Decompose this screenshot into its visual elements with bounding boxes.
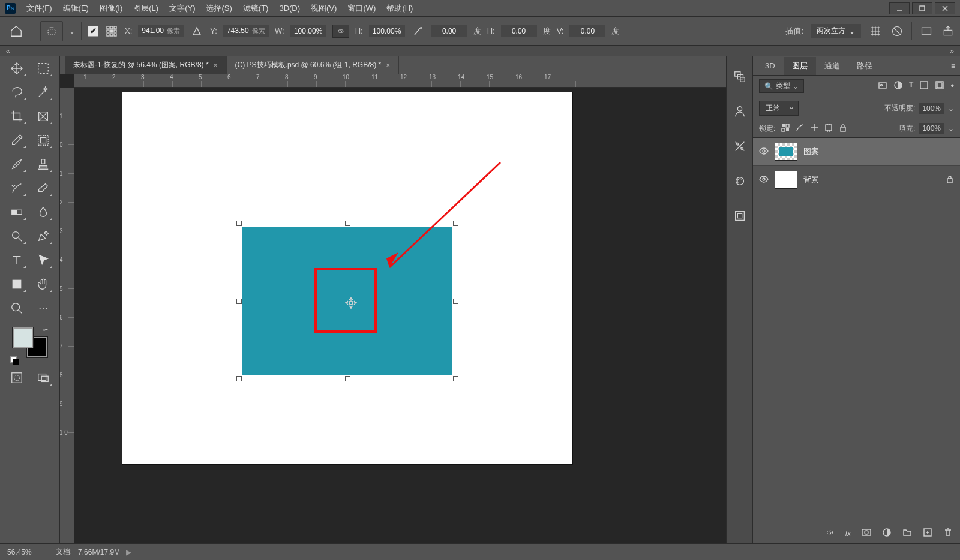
layer-row[interactable]: 图案 <box>753 138 960 166</box>
screenmode-tool[interactable] <box>34 369 53 386</box>
menu-window[interactable]: 窗口(W) <box>347 3 376 14</box>
quickmask-tool[interactable] <box>7 369 26 386</box>
group-layers-icon[interactable] <box>902 528 912 539</box>
menu-edit[interactable]: 编辑(E) <box>63 3 89 14</box>
w-value-input[interactable]: 100.00% <box>290 25 326 37</box>
edit-toolbar[interactable]: ⋯ <box>34 300 53 317</box>
zoom-tool[interactable] <box>7 300 26 317</box>
collapse-left-icon[interactable]: « <box>6 47 10 55</box>
zoom-level[interactable]: 56.45% <box>7 548 32 556</box>
new-layer-icon[interactable] <box>923 528 932 539</box>
panel-tab-paths[interactable]: 路径 <box>848 57 881 75</box>
collapse-right-icon[interactable]: » <box>950 47 954 55</box>
layer-name[interactable]: 图案 <box>803 146 819 157</box>
x-value-input[interactable]: 941.00 像素 <box>138 25 184 37</box>
options-checkbox[interactable]: ✔ <box>88 26 98 37</box>
menu-filter[interactable]: 滤镜(T) <box>243 3 269 14</box>
doc-info-more-icon[interactable]: ▶ <box>126 548 131 556</box>
blur-tool[interactable] <box>34 204 53 221</box>
panel-tab-layers[interactable]: 图层 <box>784 57 816 75</box>
lock-artboard-icon[interactable] <box>824 124 833 134</box>
character-panel-icon[interactable] <box>731 103 748 120</box>
history-panel-icon[interactable] <box>731 68 748 85</box>
delta-icon[interactable] <box>190 24 204 38</box>
filter-adjust-icon[interactable] <box>893 80 903 92</box>
document-tab-2[interactable]: (C) PS技巧模板.psd @ 60.6% (组 1, RGB/8) *× <box>227 56 400 74</box>
menu-help[interactable]: 帮助(H) <box>386 3 413 14</box>
link-wh-icon[interactable] <box>332 25 349 38</box>
hand-tool[interactable] <box>34 276 53 293</box>
document-tab-active[interactable]: 未标题-1-恢复的 @ 56.4% (图案, RGB/8) *× <box>65 56 227 74</box>
visibility-toggle-icon[interactable] <box>759 146 769 158</box>
opacity-value-input[interactable]: 100% <box>919 103 944 114</box>
fill-chevron-icon[interactable]: ⌄ <box>948 124 954 133</box>
layer-style-icon[interactable]: fx <box>845 529 851 538</box>
menu-view[interactable]: 视图(V) <box>311 3 337 14</box>
menu-type[interactable]: 文字(Y) <box>169 3 195 14</box>
lock-all-icon[interactable] <box>839 124 847 134</box>
lock-transparency-icon[interactable] <box>781 124 790 134</box>
visibility-toggle-icon[interactable] <box>759 174 769 186</box>
home-button[interactable] <box>5 21 28 41</box>
vertical-ruler[interactable]: 10 12 34 56 78 91 0 <box>60 88 74 543</box>
cancel-transform-icon[interactable] <box>890 24 904 38</box>
pen-tool[interactable] <box>34 228 53 245</box>
transform-handle[interactable] <box>453 376 458 381</box>
color-swatches[interactable]: ⤺ <box>13 327 47 357</box>
transform-tool-icon[interactable] <box>40 21 63 41</box>
libraries-panel-icon[interactable] <box>731 207 748 224</box>
adjustment-layer-icon[interactable] <box>882 528 892 539</box>
panel-menu-icon[interactable]: ≡ <box>951 62 955 70</box>
fill-value-input[interactable]: 100% <box>919 123 944 134</box>
layer-thumbnail[interactable] <box>775 143 797 161</box>
share-icon[interactable] <box>941 24 955 38</box>
stamp-tool[interactable] <box>34 156 53 173</box>
layer-filter-dropdown[interactable]: 🔍 类型 ⌄ <box>759 79 804 93</box>
warp-icon[interactable] <box>868 24 883 38</box>
slice-tool[interactable] <box>34 108 53 125</box>
menu-3d[interactable]: 3D(D) <box>279 4 300 13</box>
transform-handle[interactable] <box>453 299 458 304</box>
brush-tool[interactable] <box>7 156 26 173</box>
menu-select[interactable]: 选择(S) <box>206 3 232 14</box>
vskew-input[interactable]: 0.00 <box>569 25 605 37</box>
link-layers-icon[interactable] <box>825 528 835 539</box>
screen-mode-icon[interactable] <box>919 24 934 38</box>
filter-toggle-icon[interactable]: • <box>950 80 954 92</box>
canvas-viewport[interactable] <box>74 88 726 543</box>
window-maximize[interactable] <box>912 2 932 14</box>
hskew-input[interactable]: 0.00 <box>501 25 537 37</box>
properties-panel-icon[interactable] <box>731 138 748 155</box>
transform-handle[interactable] <box>236 299 242 304</box>
transform-handle[interactable] <box>453 221 458 226</box>
opacity-chevron-icon[interactable]: ⌄ <box>948 104 954 113</box>
layer-row[interactable]: 背景 <box>753 166 960 194</box>
path-select-tool[interactable] <box>34 252 53 269</box>
type-tool[interactable] <box>7 252 26 269</box>
history-brush-tool[interactable] <box>7 180 26 197</box>
lasso-tool[interactable] <box>7 84 26 101</box>
panel-tab-3d[interactable]: 3D <box>757 58 784 74</box>
marquee-tool[interactable] <box>34 60 53 77</box>
swap-colors-icon[interactable]: ⤺ <box>43 326 49 334</box>
gradient-tool[interactable] <box>7 204 26 221</box>
eraser-tool[interactable] <box>34 180 53 197</box>
transform-handle[interactable] <box>345 221 350 226</box>
foreground-color[interactable] <box>13 327 33 348</box>
eyedropper-tool[interactable] <box>7 132 26 149</box>
horizontal-ruler[interactable]: 12 34 56 78 910 1112 1314 1516 17 <box>74 74 726 88</box>
layer-thumbnail[interactable] <box>775 171 797 189</box>
menu-layer[interactable]: 图层(L) <box>133 3 158 14</box>
frame-tool[interactable] <box>34 132 53 149</box>
close-tab-icon[interactable]: × <box>214 61 218 70</box>
menu-image[interactable]: 图像(I) <box>100 3 122 14</box>
delete-layer-icon[interactable] <box>943 528 953 539</box>
transform-center-icon[interactable] <box>344 296 358 309</box>
layer-mask-icon[interactable] <box>862 528 871 539</box>
move-tool[interactable] <box>7 60 26 77</box>
filter-type-icon[interactable]: T <box>909 80 913 92</box>
layer-name[interactable]: 背景 <box>803 174 819 185</box>
canvas[interactable] <box>122 92 572 464</box>
y-value-input[interactable]: 743.50 像素 <box>223 25 269 37</box>
panel-tab-channels[interactable]: 通道 <box>816 57 848 75</box>
